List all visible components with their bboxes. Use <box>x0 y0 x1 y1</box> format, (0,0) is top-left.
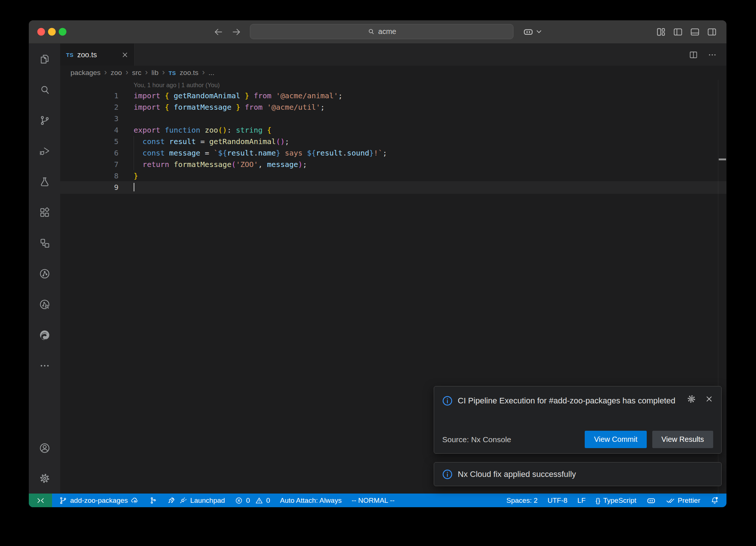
line-number: 6 <box>60 147 118 159</box>
line-number: 3 <box>60 113 118 124</box>
breadcrumb-item[interactable]: lib <box>151 69 158 77</box>
code-text: return formatMessage('ZOO', message); <box>134 159 307 170</box>
launchpad-status-item[interactable]: Launchpad <box>167 496 225 505</box>
formatter-status-item[interactable]: Prettier <box>666 496 700 505</box>
encoding-status-item[interactable]: UTF-8 <box>547 496 567 505</box>
auto-attach-status-item[interactable]: Auto Attach: Always <box>280 496 342 505</box>
chevron-right-icon: › <box>104 68 107 77</box>
split-editor-icon[interactable] <box>689 50 698 59</box>
code-line[interactable]: 9 <box>60 182 726 193</box>
line-number: 2 <box>60 102 118 113</box>
code-line[interactable]: 8} <box>60 170 726 182</box>
sidebar-item-nx-graph[interactable] <box>29 258 60 289</box>
code-line[interactable]: 5 const result = getRandomAnimal(); <box>60 136 726 147</box>
run-and-debug-icon <box>39 146 50 157</box>
overview-cursor-mark <box>719 158 726 160</box>
vim-mode-status-item[interactable]: -- NORMAL -- <box>351 496 394 505</box>
command-center-text: acme <box>378 27 396 36</box>
info-icon <box>442 469 453 480</box>
copilot-menu[interactable] <box>523 20 542 43</box>
minimize-window-button[interactable] <box>48 28 56 36</box>
git-blame-annotation: You, 1 hour ago | 1 author (You) <box>60 80 726 90</box>
vim-mode-label: -- NORMAL -- <box>351 496 394 505</box>
branch-status-item[interactable]: add-zoo-packages <box>59 496 139 505</box>
chevron-right-icon: › <box>126 68 128 77</box>
copilot-status-item[interactable] <box>646 496 656 505</box>
more-actions-icon[interactable] <box>708 50 717 59</box>
code-line[interactable]: 6 const message = `${result.name} says $… <box>60 147 726 159</box>
problems-status-item[interactable]: 0 0 <box>235 496 270 505</box>
navigate-back-icon[interactable] <box>213 27 223 37</box>
sidebar-item-edge-tools[interactable] <box>29 320 60 350</box>
vscode-window: acme <box>29 20 726 507</box>
code-line[interactable]: 3 <box>60 113 726 124</box>
breadcrumb-item[interactable]: packages <box>71 69 100 77</box>
branch-name: add-zoo-packages <box>70 496 128 505</box>
view-results-button[interactable]: View Results <box>652 431 713 448</box>
code-line[interactable]: 4export function zoo(): string { <box>60 124 726 136</box>
source-control-graph-item[interactable] <box>149 496 157 505</box>
nx-graph-icon <box>39 268 51 280</box>
close-window-button[interactable] <box>37 28 45 36</box>
code-line[interactable]: 7 return formatMessage('ZOO', message); <box>60 159 726 170</box>
line-number: 8 <box>60 170 118 182</box>
notification-settings-gear-icon[interactable] <box>687 394 696 404</box>
desktop: { "titlebar": { "search_value": "acme" }… <box>0 0 756 546</box>
sidebar-item-additional-views[interactable] <box>29 350 60 381</box>
nx-console-icon <box>39 238 50 249</box>
search-icon <box>39 84 50 95</box>
breadcrumb-overflow[interactable]: ... <box>209 69 214 77</box>
eol-status-item[interactable]: LF <box>577 496 585 505</box>
notification-source: Source: Nx Console <box>442 435 511 444</box>
breadcrumb-item[interactable]: zoo <box>111 69 122 77</box>
code-line[interactable]: 1import { getRandomAnimal } from '@acme/… <box>60 90 726 102</box>
code-text: const message = `${result.name} says ${r… <box>134 147 387 159</box>
notifications-bell-item[interactable] <box>710 496 719 505</box>
indent-guide <box>134 136 134 170</box>
bell-icon <box>710 496 719 505</box>
sidebar-item-testing[interactable] <box>29 166 60 197</box>
sidebar-item-nx-cloud[interactable] <box>29 289 60 320</box>
toggle-secondary-sidebar-icon[interactable] <box>707 27 717 37</box>
warning-icon <box>255 496 263 505</box>
tab-zoo-ts[interactable]: TS zoo.ts <box>60 44 135 66</box>
sidebar-item-nx-console[interactable] <box>29 228 60 258</box>
code-text: } <box>134 170 138 182</box>
search-icon <box>367 28 375 35</box>
sidebar-item-source-control[interactable] <box>29 105 60 136</box>
command-center-search[interactable]: acme <box>250 24 513 39</box>
notification-toast-nx-cloud-fix: Nx Cloud fix applied successfully <box>434 462 722 486</box>
files-icon <box>39 54 50 65</box>
remote-icon <box>36 496 45 505</box>
navigate-forward-icon[interactable] <box>231 27 241 37</box>
status-bar: add-zoo-packages Launchpad <box>29 494 726 507</box>
customize-layout-icon[interactable] <box>656 27 666 37</box>
tab-bar: TS zoo.ts <box>60 44 726 66</box>
close-tab-icon[interactable] <box>121 51 128 58</box>
settings-button[interactable] <box>29 463 60 494</box>
line-number: 5 <box>60 136 118 147</box>
line-number: 7 <box>60 159 118 170</box>
remote-indicator[interactable] <box>29 494 52 507</box>
sidebar-item-extensions[interactable] <box>29 197 60 228</box>
auto-attach-label: Auto Attach: Always <box>280 496 342 505</box>
view-commit-button[interactable]: View Commit <box>585 431 646 448</box>
code-line[interactable]: 2import { formatMessage } from '@acme/ut… <box>60 102 726 113</box>
chevron-right-icon: › <box>162 68 165 77</box>
sidebar-item-search[interactable] <box>29 74 60 105</box>
accounts-button[interactable] <box>29 433 60 463</box>
breadcrumb-item[interactable]: src <box>132 69 141 77</box>
indentation-status-item[interactable]: Spaces: 2 <box>506 496 538 505</box>
git-branch-icon <box>59 496 67 505</box>
zoom-window-button[interactable] <box>59 28 66 36</box>
toggle-primary-sidebar-icon[interactable] <box>673 27 683 37</box>
breadcrumb-file[interactable]: zoo.ts <box>180 69 199 77</box>
notification-close-icon[interactable] <box>705 395 713 403</box>
code-text: import { formatMessage } from '@acme/uti… <box>134 102 325 113</box>
sidebar-item-run-debug[interactable] <box>29 136 60 166</box>
toggle-panel-icon[interactable] <box>690 27 700 37</box>
breadcrumb: packages › zoo › src › lib › TS zoo.ts ›… <box>60 66 726 80</box>
info-icon <box>442 396 453 407</box>
language-status-item[interactable]: {} TypeScript <box>595 496 636 505</box>
sidebar-item-explorer[interactable] <box>29 44 60 74</box>
